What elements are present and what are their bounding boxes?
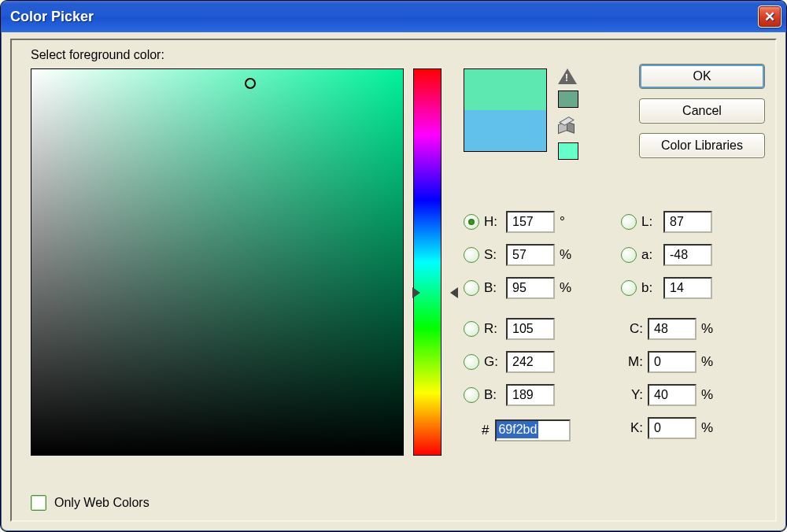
swatch-old-color[interactable] [464, 110, 546, 151]
label-y: Y: [621, 387, 643, 403]
hue-slider[interactable] [413, 68, 442, 456]
only-web-colors-group: Only Web Colors [31, 495, 150, 511]
label-h: H: [484, 214, 506, 230]
label-c: C: [621, 321, 643, 337]
input-h[interactable] [506, 211, 555, 233]
row-hex-k: # 69f2bd K: % [464, 412, 763, 445]
close-icon: ✕ [764, 9, 775, 25]
label-m: M: [621, 354, 643, 370]
input-g[interactable] [506, 351, 555, 373]
swatch-new-color[interactable] [464, 69, 546, 110]
hue-pointer-left-icon [412, 287, 420, 298]
suffix-h: ° [560, 214, 578, 230]
select-color-label: Select foreground color: [31, 48, 164, 62]
window-title: Color Picker [10, 9, 94, 25]
label-hsb-b: B: [484, 280, 506, 296]
suffix-m: % [701, 354, 720, 370]
row-g-m: G: M: % [464, 345, 763, 379]
sv-marker-icon [245, 78, 256, 89]
action-buttons: OK Cancel Color Libraries [639, 64, 765, 158]
row-r-c: R: C: % [464, 312, 763, 345]
hex-group: # 69f2bd [463, 419, 571, 441]
only-web-colors-checkbox[interactable] [31, 495, 46, 511]
radio-h[interactable] [464, 214, 479, 230]
label-g: G: [484, 354, 506, 370]
hue-pointer-right-icon [450, 287, 458, 298]
label-rgb-b: B: [484, 387, 506, 403]
input-k[interactable] [648, 417, 696, 439]
color-swatch [464, 68, 547, 152]
input-rgb-b[interactable] [506, 384, 555, 406]
input-y[interactable] [648, 384, 696, 406]
color-libraries-button[interactable]: Color Libraries [639, 133, 765, 158]
radio-r[interactable] [464, 321, 479, 337]
titlebar: Color Picker ✕ [1, 1, 786, 32]
radio-l[interactable] [621, 214, 637, 230]
label-k: K: [621, 420, 643, 436]
suffix-k: % [701, 420, 720, 436]
radio-lab-b[interactable] [621, 280, 637, 296]
suffix-s: % [560, 247, 578, 263]
input-a[interactable] [663, 244, 712, 266]
row-s-a: S: % a: [464, 238, 763, 272]
label-a: a: [641, 247, 663, 263]
websafe-warning-icon[interactable] [558, 119, 575, 136]
row-b-y: B: Y: % [464, 379, 763, 412]
preview-row: OK Cancel Color Libraries [464, 68, 763, 160]
label-l: L: [641, 214, 663, 230]
input-c[interactable] [648, 318, 696, 340]
input-l[interactable] [663, 211, 712, 233]
hex-label: # [482, 423, 489, 438]
label-s: S: [484, 247, 506, 263]
input-hsb-b[interactable] [506, 277, 555, 299]
color-fields: H: ° L: S: [464, 205, 763, 445]
input-hex[interactable]: 69f2bd [495, 419, 571, 441]
suffix-y: % [701, 387, 720, 403]
row-b-b: B: % b: [464, 272, 763, 305]
label-r: R: [484, 321, 506, 337]
suffix-c: % [701, 321, 720, 337]
color-picker-window: Color Picker ✕ Select foreground color: [0, 0, 787, 532]
suffix-hsb-b: % [560, 280, 578, 296]
ok-button[interactable]: OK [639, 64, 765, 89]
row-h-l: H: ° L: [464, 205, 763, 238]
radio-g[interactable] [464, 354, 479, 370]
radio-a[interactable] [621, 247, 637, 263]
label-lab-b: b: [641, 280, 663, 296]
gamut-warning-icon[interactable] [558, 68, 577, 84]
gamut-swatch[interactable] [558, 91, 578, 108]
input-s[interactable] [506, 244, 555, 266]
right-column: OK Cancel Color Libraries H: ° [464, 68, 763, 456]
only-web-colors-label: Only Web Colors [54, 496, 150, 510]
input-m[interactable] [648, 351, 696, 373]
input-r[interactable] [506, 318, 555, 340]
saturation-value-field[interactable] [31, 68, 404, 456]
close-button[interactable]: ✕ [758, 6, 781, 28]
input-lab-b[interactable] [663, 277, 712, 299]
radio-s[interactable] [464, 247, 479, 263]
websafe-swatch[interactable] [558, 142, 578, 160]
main-layout: OK Cancel Color Libraries H: ° [31, 68, 763, 456]
warning-icons-column [558, 68, 578, 160]
hue-column [413, 68, 442, 456]
radio-rgb-b[interactable] [464, 387, 479, 403]
client-area: Select foreground color: [10, 39, 777, 522]
cancel-button[interactable]: Cancel [639, 98, 765, 124]
radio-hsb-b[interactable] [464, 280, 479, 296]
